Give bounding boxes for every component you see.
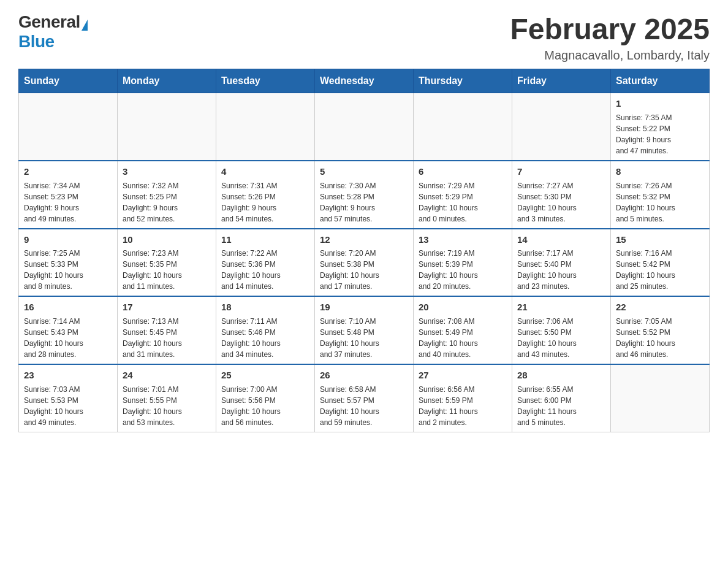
day-info: Sunrise: 7:00 AM Sunset: 5:56 PM Dayligh… [221, 384, 309, 428]
day-info: Sunrise: 7:31 AM Sunset: 5:26 PM Dayligh… [221, 180, 309, 224]
day-info: Sunrise: 6:55 AM Sunset: 6:00 PM Dayligh… [517, 384, 605, 428]
calendar-cell: 6Sunrise: 7:29 AM Sunset: 5:29 PM Daylig… [414, 161, 512, 229]
calendar-week-row: 2Sunrise: 7:34 AM Sunset: 5:23 PM Daylig… [19, 161, 710, 229]
header-monday: Monday [118, 69, 216, 93]
calendar-cell: 26Sunrise: 6:58 AM Sunset: 5:57 PM Dayli… [315, 364, 414, 432]
logo: General Blue [18, 12, 88, 52]
logo-blue: Blue [18, 32, 55, 51]
calendar-cell: 20Sunrise: 7:08 AM Sunset: 5:49 PM Dayli… [414, 296, 512, 364]
day-number: 24 [123, 369, 211, 382]
calendar-table: SundayMondayTuesdayWednesdayThursdayFrid… [18, 69, 710, 432]
day-info: Sunrise: 7:05 AM Sunset: 5:52 PM Dayligh… [616, 316, 704, 360]
calendar-cell [512, 93, 611, 161]
calendar-cell [315, 93, 414, 161]
day-number: 4 [221, 165, 309, 178]
calendar-cell: 7Sunrise: 7:27 AM Sunset: 5:30 PM Daylig… [512, 161, 611, 229]
calendar-cell [19, 93, 118, 161]
day-number: 5 [320, 165, 408, 178]
calendar-cell: 13Sunrise: 7:19 AM Sunset: 5:39 PM Dayli… [414, 229, 512, 297]
calendar-week-row: 16Sunrise: 7:14 AM Sunset: 5:43 PM Dayli… [19, 296, 710, 364]
calendar-cell: 28Sunrise: 6:55 AM Sunset: 6:00 PM Dayli… [512, 364, 611, 432]
day-number: 13 [419, 233, 507, 247]
day-number: 28 [517, 369, 605, 382]
calendar-cell: 11Sunrise: 7:22 AM Sunset: 5:36 PM Dayli… [216, 229, 315, 297]
calendar-cell: 25Sunrise: 7:00 AM Sunset: 5:56 PM Dayli… [216, 364, 315, 432]
calendar-cell: 2Sunrise: 7:34 AM Sunset: 5:23 PM Daylig… [19, 161, 118, 229]
day-info: Sunrise: 7:30 AM Sunset: 5:28 PM Dayligh… [320, 180, 408, 224]
day-info: Sunrise: 7:17 AM Sunset: 5:40 PM Dayligh… [517, 248, 605, 292]
calendar-cell: 3Sunrise: 7:32 AM Sunset: 5:25 PM Daylig… [118, 161, 216, 229]
day-number: 3 [123, 165, 211, 178]
header-wednesday: Wednesday [315, 69, 414, 93]
day-number: 18 [221, 301, 309, 314]
calendar-cell: 21Sunrise: 7:06 AM Sunset: 5:50 PM Dayli… [512, 296, 611, 364]
day-info: Sunrise: 7:08 AM Sunset: 5:49 PM Dayligh… [419, 316, 507, 360]
day-info: Sunrise: 7:10 AM Sunset: 5:48 PM Dayligh… [320, 316, 408, 360]
calendar-cell: 14Sunrise: 7:17 AM Sunset: 5:40 PM Dayli… [512, 229, 611, 297]
logo-text: General [18, 12, 88, 32]
calendar-cell [414, 93, 512, 161]
day-number: 23 [24, 369, 112, 382]
calendar-header-row: SundayMondayTuesdayWednesdayThursdayFrid… [19, 69, 710, 93]
day-number: 8 [616, 165, 704, 178]
page-header: General Blue February 2025 Magnacavallo,… [18, 12, 710, 63]
day-number: 6 [419, 165, 507, 178]
day-number: 25 [221, 369, 309, 382]
location: Magnacavallo, Lombardy, Italy [510, 48, 710, 63]
calendar-cell: 10Sunrise: 7:23 AM Sunset: 5:35 PM Dayli… [118, 229, 216, 297]
day-number: 7 [517, 165, 605, 178]
calendar-cell: 12Sunrise: 7:20 AM Sunset: 5:38 PM Dayli… [315, 229, 414, 297]
calendar-week-row: 1Sunrise: 7:35 AM Sunset: 5:22 PM Daylig… [19, 93, 710, 161]
day-info: Sunrise: 7:14 AM Sunset: 5:43 PM Dayligh… [24, 316, 112, 360]
day-number: 20 [419, 301, 507, 314]
day-number: 16 [24, 301, 112, 314]
day-number: 10 [123, 233, 211, 247]
calendar-cell: 9Sunrise: 7:25 AM Sunset: 5:33 PM Daylig… [19, 229, 118, 297]
calendar-cell [611, 364, 710, 432]
calendar-cell: 23Sunrise: 7:03 AM Sunset: 5:53 PM Dayli… [19, 364, 118, 432]
day-info: Sunrise: 7:29 AM Sunset: 5:29 PM Dayligh… [419, 180, 507, 224]
day-info: Sunrise: 7:23 AM Sunset: 5:35 PM Dayligh… [123, 248, 211, 292]
header-thursday: Thursday [414, 69, 512, 93]
day-info: Sunrise: 7:20 AM Sunset: 5:38 PM Dayligh… [320, 248, 408, 292]
month-title: February 2025 [510, 12, 710, 46]
day-info: Sunrise: 7:26 AM Sunset: 5:32 PM Dayligh… [616, 180, 704, 224]
day-number: 11 [221, 233, 309, 247]
day-number: 22 [616, 301, 704, 314]
calendar-cell: 24Sunrise: 7:01 AM Sunset: 5:55 PM Dayli… [118, 364, 216, 432]
header-friday: Friday [512, 69, 611, 93]
calendar-cell [216, 93, 315, 161]
day-info: Sunrise: 6:58 AM Sunset: 5:57 PM Dayligh… [320, 384, 408, 428]
logo-triangle-icon [82, 20, 88, 31]
calendar-cell: 4Sunrise: 7:31 AM Sunset: 5:26 PM Daylig… [216, 161, 315, 229]
day-number: 2 [24, 165, 112, 178]
day-info: Sunrise: 7:16 AM Sunset: 5:42 PM Dayligh… [616, 248, 704, 292]
day-info: Sunrise: 7:11 AM Sunset: 5:46 PM Dayligh… [221, 316, 309, 360]
day-number: 12 [320, 233, 408, 247]
day-number: 17 [123, 301, 211, 314]
header-tuesday: Tuesday [216, 69, 315, 93]
day-info: Sunrise: 7:22 AM Sunset: 5:36 PM Dayligh… [221, 248, 309, 292]
calendar-cell: 8Sunrise: 7:26 AM Sunset: 5:32 PM Daylig… [611, 161, 710, 229]
day-number: 27 [419, 369, 507, 382]
calendar-cell: 19Sunrise: 7:10 AM Sunset: 5:48 PM Dayli… [315, 296, 414, 364]
day-info: Sunrise: 7:19 AM Sunset: 5:39 PM Dayligh… [419, 248, 507, 292]
day-number: 19 [320, 301, 408, 314]
logo-blue-line: Blue [18, 32, 55, 52]
day-number: 15 [616, 233, 704, 247]
calendar-cell: 5Sunrise: 7:30 AM Sunset: 5:28 PM Daylig… [315, 161, 414, 229]
day-number: 14 [517, 233, 605, 247]
calendar-cell: 17Sunrise: 7:13 AM Sunset: 5:45 PM Dayli… [118, 296, 216, 364]
day-info: Sunrise: 7:27 AM Sunset: 5:30 PM Dayligh… [517, 180, 605, 224]
calendar-cell: 15Sunrise: 7:16 AM Sunset: 5:42 PM Dayli… [611, 229, 710, 297]
calendar-week-row: 9Sunrise: 7:25 AM Sunset: 5:33 PM Daylig… [19, 229, 710, 297]
day-info: Sunrise: 7:34 AM Sunset: 5:23 PM Dayligh… [24, 180, 112, 224]
day-info: Sunrise: 7:13 AM Sunset: 5:45 PM Dayligh… [123, 316, 211, 360]
day-number: 26 [320, 369, 408, 382]
day-info: Sunrise: 7:32 AM Sunset: 5:25 PM Dayligh… [123, 180, 211, 224]
header-sunday: Sunday [19, 69, 118, 93]
calendar-week-row: 23Sunrise: 7:03 AM Sunset: 5:53 PM Dayli… [19, 364, 710, 432]
day-info: Sunrise: 6:56 AM Sunset: 5:59 PM Dayligh… [419, 384, 507, 428]
calendar-cell [118, 93, 216, 161]
day-info: Sunrise: 7:35 AM Sunset: 5:22 PM Dayligh… [616, 112, 704, 156]
